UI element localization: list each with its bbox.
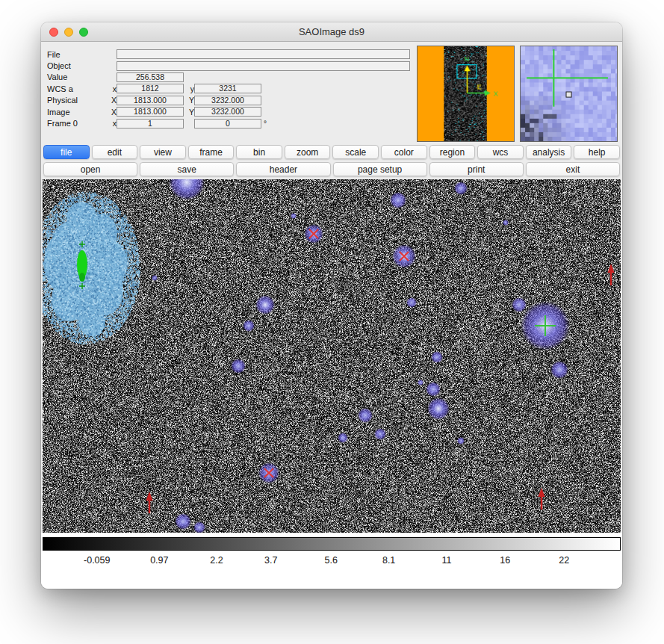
info-section: File Object Value 256.538 WCS a x 1812 y… — [41, 42, 622, 143]
menu-file[interactable]: file — [43, 145, 90, 159]
physical-y-coord-label: Y — [187, 96, 194, 105]
object-field — [117, 61, 410, 71]
colorbar-tick: 16 — [500, 555, 510, 566]
menu-wcs[interactable]: wcs — [477, 145, 524, 159]
exit-button[interactable]: exit — [526, 162, 620, 176]
wcs-label: WCS a — [47, 84, 109, 93]
image-label: Image — [47, 108, 109, 117]
object-label: Object — [47, 61, 109, 70]
magnifier-canvas — [520, 46, 618, 142]
info-rows: File Object Value 256.538 WCS a x 1812 y… — [47, 45, 412, 142]
physical-label: Physical — [47, 96, 109, 105]
menu-zoom[interactable]: zoom — [285, 145, 331, 159]
wcs-y-coord-label: y — [187, 84, 194, 93]
titlebar[interactable]: SAOImage ds9 — [41, 22, 622, 42]
colorbar-tick: 5.6 — [325, 555, 338, 566]
minimize-button[interactable] — [64, 28, 73, 37]
physical-x-field: 1813.000 — [117, 96, 184, 105]
info-row-file: File — [47, 49, 412, 60]
info-row-value: Value 256.538 — [47, 72, 412, 83]
info-row-image: Image X 1813.000 Y 3232.000 — [47, 106, 412, 117]
frame-zoom-coord-label: x — [109, 119, 117, 128]
frame-label: Frame 0 — [47, 119, 109, 128]
header-button[interactable]: header — [236, 162, 330, 176]
colorbar-tick: 11 — [442, 555, 452, 566]
image-y-field: 3232.000 — [194, 107, 261, 117]
colorbar-area: -0.059 0.97 2.2 3.7 5.6 8.1 11 16 22 — [41, 533, 622, 589]
menu-view[interactable]: view — [140, 145, 186, 159]
info-row-object: Object — [47, 60, 412, 71]
colorbar-tick: 2.2 — [210, 555, 223, 566]
save-button[interactable]: save — [140, 162, 234, 176]
value-label: Value — [47, 72, 109, 81]
info-row-physical: Physical X 1813.000 Y 3232.000 — [47, 95, 412, 106]
colorbar-tick: 0.97 — [150, 555, 168, 566]
image-x-field: 1813.000 — [117, 107, 184, 117]
physical-x-coord-label: X — [109, 96, 117, 105]
main-image-canvas[interactable] — [43, 179, 621, 533]
menu-color[interactable]: color — [381, 145, 427, 159]
colorbar-tick: 8.1 — [382, 555, 395, 566]
colorbar[interactable] — [43, 537, 621, 551]
value-field: 256.538 — [117, 72, 184, 82]
menu-help[interactable]: help — [574, 145, 620, 159]
wcs-y-field: 3231 — [194, 84, 261, 93]
physical-y-field: 3232.000 — [194, 96, 261, 105]
wcs-x-coord-label: x — [109, 84, 117, 93]
panner-canvas[interactable] — [417, 46, 515, 142]
open-button[interactable]: open — [43, 162, 137, 176]
menu-scale[interactable]: scale — [332, 145, 379, 159]
traffic-lights — [49, 28, 88, 37]
window-title: SAOImage ds9 — [299, 26, 364, 37]
info-row-wcs: WCS a x 1812 y 3231 — [47, 83, 412, 94]
close-button[interactable] — [49, 28, 58, 37]
image-x-coord-label: X — [109, 108, 117, 117]
image-y-coord-label: Y — [187, 108, 194, 117]
frame-zoom-field: 1 — [117, 119, 184, 129]
menu-frame[interactable]: frame — [188, 145, 235, 159]
menu-edit[interactable]: edit — [92, 145, 138, 159]
menu-analysis[interactable]: analysis — [526, 145, 572, 159]
menu-region[interactable]: region — [429, 145, 476, 159]
zoom-button[interactable] — [79, 28, 88, 37]
colorbar-tick: 22 — [559, 555, 569, 566]
wcs-x-field: 1812 — [117, 84, 184, 93]
ds9-window: SAOImage ds9 File Object Value 256.538 W… — [41, 22, 622, 589]
file-actions-bar: open save header page setup print exit — [41, 161, 622, 178]
colorbar-tick: -0.059 — [84, 555, 110, 566]
menu-bar: file edit view frame bin zoom scale colo… — [41, 143, 622, 161]
colorbar-ticks: -0.059 0.97 2.2 3.7 5.6 8.1 11 16 22 — [43, 554, 621, 566]
info-row-frame: Frame 0 x 1 0 ° — [47, 117, 412, 129]
colorbar-tick: 3.7 — [264, 555, 277, 566]
file-field — [117, 49, 410, 59]
degrees-symbol: ° — [264, 120, 267, 128]
page-setup-button[interactable]: page setup — [333, 162, 427, 176]
print-button[interactable]: print — [429, 162, 524, 176]
frame-rotate-field: 0 — [194, 119, 261, 129]
menu-bin[interactable]: bin — [236, 145, 282, 159]
file-label: File — [47, 50, 109, 59]
